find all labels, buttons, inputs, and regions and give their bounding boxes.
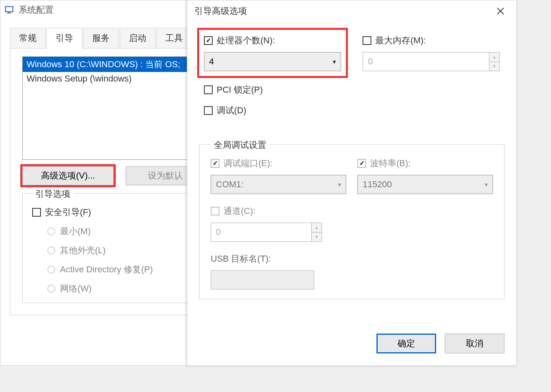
spin-up-icon[interactable]: ▲ <box>489 52 499 62</box>
debug-port-label: 调试端口(E): <box>223 157 272 169</box>
channel-value: 0 <box>211 223 311 241</box>
checkbox-icon <box>357 159 366 168</box>
safe-boot-checkbox[interactable]: 安全引导(F) <box>32 206 91 218</box>
radio-icon <box>47 285 55 293</box>
checkbox-icon <box>211 207 219 215</box>
debug-port-checkbox[interactable]: 调试端口(E): <box>211 157 272 169</box>
checkbox-icon <box>204 85 213 94</box>
baud-rate-checkbox[interactable]: 波特率(B): <box>357 157 410 169</box>
pci-lock-label: PCI 锁定(P) <box>217 84 263 96</box>
channel-input[interactable]: 0 ▲▼ <box>211 223 322 242</box>
debug-port-value: COM1: <box>216 179 244 190</box>
checkbox-icon <box>363 36 371 45</box>
max-memory-input[interactable]: 0 ▲▼ <box>363 52 500 71</box>
close-icon <box>497 7 504 15</box>
debug-label: 调试(D) <box>217 105 246 116</box>
spinner[interactable]: ▲▼ <box>489 52 499 71</box>
tab-startup[interactable]: 启动 <box>120 28 155 49</box>
processors-value: 4 <box>209 56 214 67</box>
max-memory-group: 最大内存(M): 0 ▲▼ <box>358 30 504 76</box>
checkbox-icon <box>204 36 213 45</box>
tab-general[interactable]: 常规 <box>10 28 46 49</box>
dialog-title: 引导高级选项 <box>194 5 247 17</box>
spinner[interactable]: ▲▼ <box>311 223 322 241</box>
safe-boot-label: 安全引导(F) <box>45 206 91 218</box>
debug-checkbox[interactable]: 调试(D) <box>204 105 246 116</box>
cancel-button[interactable]: 取消 <box>445 334 504 353</box>
debug-port-select[interactable]: COM1: ▾ <box>211 175 346 194</box>
app-icon <box>4 5 14 15</box>
pci-lock-checkbox[interactable]: PCI 锁定(P) <box>204 84 263 96</box>
boot-options-legend: 引导选项 <box>32 188 74 200</box>
spin-down-icon[interactable]: ▼ <box>312 233 322 242</box>
spin-up-icon[interactable]: ▲ <box>312 223 322 233</box>
dialog-titlebar: 引导高级选项 <box>187 0 516 22</box>
max-memory-checkbox[interactable]: 最大内存(M): <box>363 35 426 47</box>
advanced-boot-dialog: 引导高级选项 处理器个数(N): 4 ▾ 最大内存(M): <box>187 0 517 366</box>
radio-icon <box>47 227 55 235</box>
checkbox-icon <box>211 159 219 168</box>
spin-down-icon[interactable]: ▼ <box>489 62 499 71</box>
chevron-down-icon: ▾ <box>338 181 341 188</box>
baud-rate-group: 波特率(B): 115200 ▾ <box>357 157 493 194</box>
ok-button[interactable]: 确定 <box>376 334 436 353</box>
baud-rate-select[interactable]: 115200 ▾ <box>357 175 493 194</box>
max-memory-label: 最大内存(M): <box>375 35 426 47</box>
max-memory-value: 0 <box>363 52 489 71</box>
radio-icon <box>47 266 55 274</box>
svg-rect-1 <box>6 7 12 11</box>
usb-target-input[interactable] <box>211 270 314 289</box>
close-button[interactable] <box>492 2 509 20</box>
baud-rate-label: 波特率(B): <box>370 157 410 169</box>
main-title: 系统配置 <box>19 4 54 16</box>
radio-icon <box>47 246 55 254</box>
channel-checkbox[interactable]: 通道(C): <box>211 205 256 217</box>
chevron-down-icon: ▾ <box>485 181 488 188</box>
tab-boot[interactable]: 引导 <box>47 28 82 49</box>
baud-rate-value: 115200 <box>363 179 392 190</box>
processors-label: 处理器个数(N): <box>217 35 275 47</box>
channel-label: 通道(C): <box>223 205 256 217</box>
debug-port-group: 调试端口(E): COM1: ▾ <box>211 157 346 194</box>
processors-group: 处理器个数(N): 4 ▾ <box>199 30 346 76</box>
checkbox-icon <box>204 106 213 115</box>
chevron-down-icon: ▾ <box>333 58 336 66</box>
tab-services[interactable]: 服务 <box>83 28 119 49</box>
global-debug-fieldset: 全局调试设置 调试端口(E): COM1: ▾ <box>199 144 504 299</box>
checkbox-icon <box>32 208 41 217</box>
processors-checkbox[interactable]: 处理器个数(N): <box>204 35 275 47</box>
global-debug-legend: 全局调试设置 <box>211 139 270 151</box>
processors-select[interactable]: 4 ▾ <box>204 52 341 71</box>
usb-target-label: USB 目标名(T): <box>211 253 493 265</box>
svg-rect-3 <box>7 13 12 14</box>
svg-rect-2 <box>8 12 10 13</box>
advanced-options-button[interactable]: 高级选项(V)... <box>22 166 114 185</box>
